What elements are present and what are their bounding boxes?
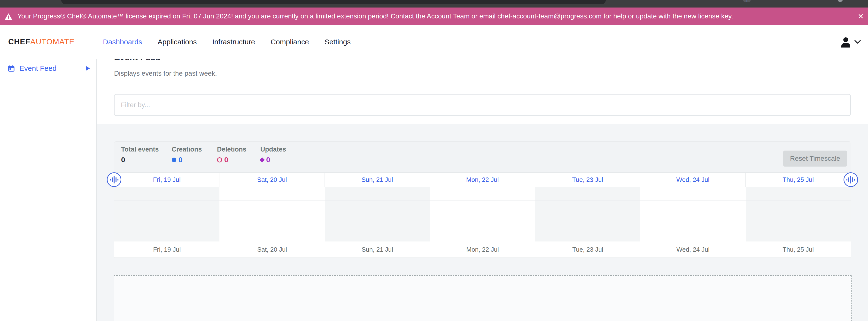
stat-value: 0 [179, 156, 183, 164]
timeline-grid [114, 187, 851, 241]
chef-automate-logo[interactable]: CHEFAUTOMATE [8, 25, 74, 59]
logo-chef-text: CHEF [8, 37, 30, 46]
chef-automate-event-feed-page: + Your Progress® Chef® Automate™ license… [0, 0, 868, 321]
waveform-icon [110, 179, 111, 181]
user-avatar-icon [840, 36, 851, 48]
timeline-column [430, 187, 535, 241]
day-footer-label: Sun, 21 Jul [325, 241, 430, 258]
nav-settings[interactable]: Settings [324, 38, 351, 46]
banner-close-button[interactable]: ✕ [857, 12, 865, 21]
stat-label: Total events [121, 146, 159, 153]
stat-label: Creations [172, 146, 202, 153]
stat-creations: Creations 0 [172, 146, 202, 164]
day-footer-label: Mon, 22 Jul [430, 241, 535, 258]
day-link-mon-22[interactable]: Mon, 22 Jul [466, 176, 499, 183]
day-footer-label: Sat, 20 Jul [219, 241, 324, 258]
day-footer-label: Thu, 25 Jul [746, 241, 851, 258]
timeline-column [325, 187, 430, 241]
stat-value: 0 [266, 156, 270, 164]
browser-profile-icon[interactable] [837, 0, 843, 2]
banner-message: Your Progress® Chef® Automate™ license e… [18, 12, 634, 20]
filter-input[interactable] [114, 94, 851, 116]
browser-tab-bar: + [0, 0, 868, 7]
stat-total-events: Total events 0 [121, 146, 159, 164]
new-tab-icon[interactable]: + [743, 0, 750, 2]
timeline-footer-row: Fri, 19 Jul Sat, 20 Jul Sun, 21 Jul Mon,… [114, 241, 851, 258]
day-link-wed-24[interactable]: Wed, 24 Jul [676, 176, 709, 183]
stat-label: Updates [260, 146, 286, 153]
timeline-column [640, 187, 745, 241]
day-footer-label: Fri, 19 Jul [114, 241, 219, 258]
user-menu[interactable] [840, 25, 861, 59]
warning-triangle-icon [5, 13, 12, 20]
stat-label: Deletions [217, 146, 247, 153]
creation-dot-icon [172, 157, 176, 162]
timeline-column [219, 187, 324, 241]
empty-events-drop-area [114, 275, 851, 321]
day-link-sat-20[interactable]: Sat, 20 Jul [257, 176, 287, 183]
event-stats-strip: Total events 0 Creations 0 Deletions 0 [114, 142, 851, 172]
stat-updates: Updates 0 [260, 146, 286, 164]
calendar-icon [8, 65, 14, 72]
nav-applications[interactable]: Applications [158, 38, 197, 46]
timeline-column [535, 187, 640, 241]
event-timeline-panel: Total events 0 Creations 0 Deletions 0 [114, 141, 851, 258]
stat-deletions: Deletions 0 [217, 146, 247, 164]
update-license-link[interactable]: update with the new license key. [636, 12, 733, 20]
update-diamond-icon [259, 157, 265, 162]
reset-timescale-button[interactable]: Reset Timescale [783, 151, 847, 167]
sidebar: Event Feed [0, 59, 97, 321]
nav-dashboards[interactable]: Dashboards [103, 38, 142, 46]
browser-active-tab[interactable] [61, 0, 606, 4]
main-navigation: Dashboards Applications Infrastructure C… [103, 25, 351, 59]
timeline-column [114, 187, 219, 241]
day-footer-label: Wed, 24 Jul [640, 241, 745, 258]
day-link-fri-19[interactable]: Fri, 19 Jul [153, 176, 181, 183]
expand-arrow-icon[interactable] [86, 66, 90, 70]
expand-timescale-right-button[interactable] [843, 172, 858, 187]
license-warning-banner: Your Progress® Chef® Automate™ license e… [0, 7, 868, 25]
page-subtitle: Displays events for the past week. [114, 69, 217, 78]
chevron-down-icon [855, 40, 861, 44]
nav-infrastructure[interactable]: Infrastructure [212, 38, 255, 46]
stat-value: 0 [224, 156, 228, 164]
sidebar-item-event-feed[interactable]: Event Feed [0, 62, 96, 75]
sidebar-item-label: Event Feed [20, 64, 56, 72]
day-link-tue-23[interactable]: Tue, 23 Jul [572, 176, 603, 183]
deletion-circle-icon [217, 157, 222, 163]
timeline-header-row: Fri, 19 Jul Sat, 20 Jul Sun, 21 Jul Mon,… [114, 172, 851, 187]
day-link-thu-25[interactable]: Thu, 25 Jul [782, 176, 814, 183]
day-footer-label: Tue, 23 Jul [535, 241, 640, 258]
nav-compliance[interactable]: Compliance [271, 38, 309, 46]
app-header: CHEFAUTOMATE Dashboards Applications Inf… [0, 25, 868, 59]
stat-value: 0 [121, 156, 125, 164]
expand-timescale-left-button[interactable] [107, 172, 121, 187]
waveform-icon [846, 179, 847, 181]
logo-automate-text: AUTOMATE [30, 37, 74, 46]
timeline-column [746, 187, 851, 241]
day-link-sun-21[interactable]: Sun, 21 Jul [362, 176, 393, 183]
